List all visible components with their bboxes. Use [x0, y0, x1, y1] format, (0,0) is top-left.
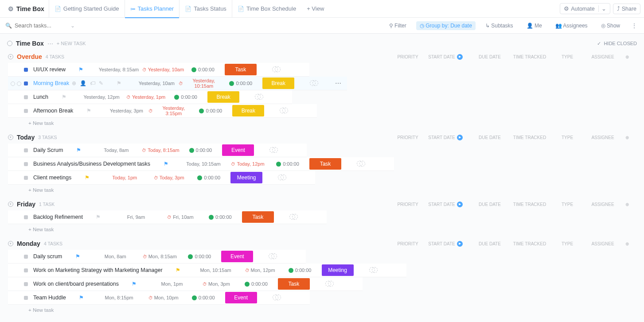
group-header[interactable]: ▾ Overdue 4 TASKS PRIORITY START DATE▶ D… [8, 53, 636, 60]
cell-assignee[interactable] [261, 66, 292, 73]
task-name[interactable]: Lunch [33, 94, 48, 100]
col-due[interactable]: DUE DATE [468, 135, 512, 140]
task-name[interactable]: Business Analysis/Business Development t… [33, 161, 150, 167]
cell-tracked[interactable]: 0:00:00 [270, 161, 305, 167]
col-start[interactable]: START DATE▶ [423, 54, 468, 60]
subtask-icon[interactable]: ⊕ [72, 80, 76, 86]
collapse-icon[interactable] [7, 41, 12, 46]
status-icon[interactable] [24, 176, 28, 180]
status-icon[interactable] [24, 95, 28, 99]
new-task-button[interactable]: + NEW TASK [57, 41, 86, 46]
col-type[interactable]: TYPE [547, 54, 587, 59]
more-icon[interactable]: ⋯ [335, 80, 341, 87]
cell-assignee[interactable] [243, 94, 274, 101]
task-name[interactable]: Work on client/board presentations [33, 281, 119, 287]
cell-start[interactable]: Today, 10:15am [181, 161, 226, 167]
col-priority[interactable]: PRIORITY [392, 135, 423, 140]
col-due[interactable]: DUE DATE [468, 202, 512, 207]
cell-priority[interactable]: ⚑ [103, 80, 134, 86]
task-row[interactable]: Backlog Refinement ⚑ Fri, 9am ⏱Fri, 10am… [8, 210, 327, 224]
group-header[interactable]: ▾ Today 3 TASKS PRIORITY START DATE▶ DUE… [8, 134, 636, 141]
new-task-link[interactable]: + New task [8, 224, 636, 236]
hide-closed-button[interactable]: ✓ HIDE CLOSED [597, 41, 637, 47]
cell-start[interactable]: Fri, 9am [114, 214, 158, 220]
task-row[interactable]: Afternoon Break ⚑ Yesterday, 3pm ⏱Yester… [8, 104, 317, 118]
cell-tracked[interactable]: 0:00:00 [185, 67, 221, 72]
cell-type[interactable]: Event [221, 292, 261, 303]
cell-priority[interactable]: ⚑ [63, 147, 94, 153]
cell-due[interactable]: ⏱Yesterday, 10:15am [179, 78, 223, 89]
chevron-down-icon[interactable]: ⌄ [70, 23, 75, 29]
task-row[interactable]: Daily scrum ⚑ Mon, 8am ⏱Mon, 8:15am 0:00… [8, 250, 306, 264]
group-header[interactable]: ▾ Monday 4 TASKS PRIORITY START DATE▶ DU… [8, 240, 636, 247]
cell-assignee[interactable] [268, 108, 299, 114]
col-start[interactable]: START DATE▶ [423, 241, 468, 247]
cell-due[interactable]: ⏱Today, 3pm [147, 175, 191, 180]
cell-due[interactable]: ⏱Today, 8:15am [138, 147, 183, 153]
user-icon[interactable]: 👤 [80, 80, 86, 86]
cell-start[interactable]: Yesterday, 8:15am [97, 67, 141, 72]
cell-assignee[interactable] [278, 214, 309, 221]
group-header[interactable]: ▾ Friday 1 TASK PRIORITY START DATE▶ DUE… [8, 201, 636, 208]
cell-priority[interactable]: ⚑ [73, 108, 104, 114]
status-icon[interactable] [24, 255, 28, 259]
status-icon[interactable] [24, 109, 28, 113]
row-select[interactable] [11, 81, 21, 86]
cell-priority[interactable]: ⚑ [66, 66, 97, 73]
task-name[interactable]: Morning Break ⊕ 👤 🏷 ✎ [33, 80, 103, 86]
chevron-down-icon[interactable]: ▾ [8, 202, 13, 207]
cell-start[interactable]: Today, 8am [94, 147, 138, 153]
task-name[interactable]: Client meetings [33, 175, 71, 181]
cell-due[interactable]: ⏱Mon, 10pm [141, 295, 186, 300]
new-task-link[interactable]: + New task [8, 185, 636, 196]
status-icon[interactable] [24, 148, 28, 152]
me-chip[interactable]: 👤 Me [523, 21, 546, 30]
col-priority[interactable]: PRIORITY [392, 54, 423, 59]
col-add[interactable]: ⊕ [618, 241, 636, 246]
cell-type[interactable]: Meeting [318, 264, 358, 276]
cell-due[interactable]: ⏱Yesterday, 3:15pm [148, 105, 193, 116]
cell-type[interactable]: Break [258, 78, 298, 89]
cell-tracked[interactable]: 0:00:00 [203, 214, 238, 220]
col-start[interactable]: START DATE▶ [423, 202, 468, 207]
search-wrap[interactable]: 🔍 ⌄ [5, 23, 76, 29]
share-button[interactable]: ⤴ Share [613, 4, 640, 14]
cell-start[interactable]: Mon, 8:15pm [97, 295, 141, 300]
chevron-down-icon[interactable]: ▾ [8, 135, 13, 140]
col-add[interactable]: ⊕ [618, 202, 636, 207]
col-add[interactable]: ⊕ [618, 54, 636, 59]
cell-due[interactable]: ⏱Mon, 12pm [238, 268, 282, 273]
col-assignee[interactable]: ASSIGNEE [587, 202, 618, 207]
col-start[interactable]: START DATE▶ [423, 135, 468, 140]
cell-tracked[interactable]: 0:00:00 [182, 254, 217, 259]
task-row[interactable]: Work on client/board presentations ⚑ Mon… [8, 277, 363, 291]
status-icon[interactable] [24, 68, 28, 72]
col-priority[interactable]: PRIORITY [392, 202, 423, 207]
task-row[interactable]: Business Analysis/Business Development t… [8, 157, 394, 171]
cell-priority[interactable]: ⚑ [83, 214, 114, 220]
cell-priority[interactable]: ⚑ [66, 295, 97, 301]
cell-type[interactable]: Break [228, 105, 268, 116]
cell-type[interactable]: Task [305, 158, 345, 170]
task-row[interactable]: Daily Scrum ⚑ Today, 8am ⏱Today, 8:15am … [8, 144, 307, 157]
status-icon[interactable] [24, 296, 28, 300]
status-icon[interactable] [24, 282, 28, 286]
cell-tracked[interactable]: 0:00:00 [168, 94, 203, 100]
cell-tracked[interactable]: 0:00:00 [186, 295, 221, 300]
cell-start[interactable]: Yesterday, 10am [134, 81, 179, 86]
task-name[interactable]: UI/UX review [33, 66, 66, 73]
task-row[interactable]: Client meetings ⚑ Today, 1pm ⏱Today, 3pm… [8, 171, 315, 185]
add-view-button[interactable]: + View [301, 5, 329, 12]
col-type[interactable]: TYPE [547, 202, 587, 207]
cell-due[interactable]: ⏱Mon, 3pm [194, 281, 238, 287]
task-name[interactable]: Daily Scrum [33, 147, 63, 153]
cell-assignee[interactable] [261, 295, 292, 301]
task-row[interactable]: Morning Break ⊕ 👤 🏷 ✎ ⚑ Yesterday, 10am … [8, 77, 347, 90]
subtasks-chip[interactable]: ↳ Subtasks [482, 21, 517, 30]
status-icon[interactable] [24, 81, 28, 85]
cell-type[interactable]: Task [238, 211, 278, 223]
cell-priority[interactable]: ⚑ [62, 253, 93, 260]
cell-assignee[interactable] [314, 281, 345, 287]
edit-icon[interactable]: ✎ [99, 80, 103, 86]
cell-start[interactable]: Yesterday, 12pm [79, 94, 124, 100]
